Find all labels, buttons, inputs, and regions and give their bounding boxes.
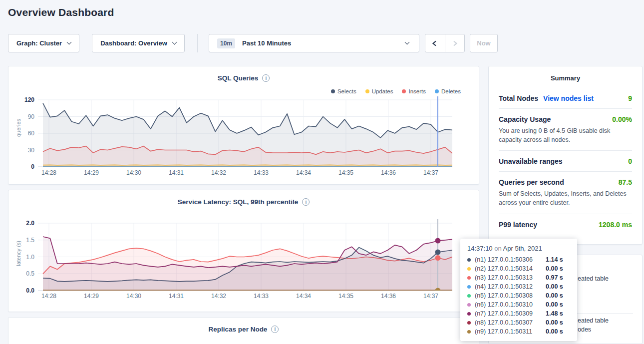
node-color-dot-icon [467, 321, 471, 325]
tooltip-node-value: 1.14 s [546, 256, 563, 263]
tooltip-node-label: (n5) 127.0.0.1:50308 [475, 292, 546, 299]
replicas-per-node-title: Replicas per Node [209, 326, 268, 333]
graph-dropdown[interactable]: Graph: Cluster [8, 34, 79, 52]
dashboard-dropdown[interactable]: Dashboard: Overview [92, 34, 185, 52]
legend-item-selects[interactable]: Selects [331, 88, 356, 94]
tooltip-node-label: (n9) 127.0.0.1:50311 [475, 328, 546, 335]
tooltip-node-label: (n2) 127.0.0.1:50314 [475, 265, 546, 272]
tooltip-node-label: (n1) 127.0.0.1:50306 [475, 256, 546, 263]
node-color-dot-icon [467, 330, 471, 334]
sql-queries-card: SQL Queries i SelectsUpdatesInsertsDelet… [8, 66, 479, 185]
svg-text:14:28: 14:28 [41, 293, 56, 300]
time-nav-group [425, 34, 465, 52]
now-button[interactable]: Now [470, 34, 498, 52]
sql-queries-chart[interactable]: 14:2814:2914:3014:3114:3214:3314:3414:35… [8, 96, 480, 182]
service-latency-chart[interactable]: 14:2814:2914:3014:3114:3214:3314:3414:35… [8, 219, 480, 305]
tooltip-node-value: 1.48 s [546, 310, 563, 317]
svg-text:30: 30 [28, 147, 35, 154]
svg-text:14:33: 14:33 [254, 293, 269, 300]
svg-text:14:29: 14:29 [84, 169, 99, 176]
svg-text:14:32: 14:32 [211, 293, 226, 300]
svg-text:2.0: 2.0 [26, 220, 34, 227]
info-icon[interactable]: i [271, 326, 279, 333]
legend-item-inserts[interactable]: Inserts [402, 88, 426, 94]
summary-value: 0 [628, 157, 632, 165]
legend-dot-icon [402, 89, 406, 93]
tooltip-node-label: (n4) 127.0.0.1:50312 [475, 283, 546, 290]
tooltip-node-row: (n8) 127.0.0.1:503070.00 s [467, 318, 570, 327]
summary-title: Summary [499, 74, 632, 82]
tooltip-node-row: (n2) 127.0.0.1:503140.00 s [467, 264, 570, 273]
tooltip-node-row: (n4) 127.0.0.1:503120.00 s [467, 282, 570, 291]
tooltip-node-row: (n7) 127.0.0.1:503091.48 s [467, 309, 570, 318]
time-forward-button[interactable] [445, 34, 464, 52]
summary-row: Unavailable ranges0 [499, 150, 632, 171]
summary-label: Total Nodes [499, 94, 538, 102]
chevron-down-icon [172, 40, 177, 45]
tooltip-timestamp: 14:37:10 on Apr 5th, 2021 [467, 245, 570, 252]
legend-item-deletes[interactable]: Deletes [435, 88, 461, 94]
legend-dot-icon [365, 89, 369, 93]
chart-hover-tooltip: 14:37:10 on Apr 5th, 2021 (n1) 127.0.0.1… [460, 239, 577, 341]
svg-text:14:28: 14:28 [41, 169, 56, 176]
node-color-dot-icon [467, 276, 471, 280]
svg-text:14:37: 14:37 [423, 169, 438, 176]
svg-text:1.0: 1.0 [26, 254, 34, 261]
time-back-button[interactable] [425, 34, 445, 52]
tooltip-node-label: (n8) 127.0.0.1:50307 [475, 319, 546, 326]
svg-text:14:37: 14:37 [423, 293, 438, 300]
legend-dot-icon [435, 89, 439, 93]
tooltip-node-value: 0.00 s [546, 265, 563, 272]
tooltip-node-row: (n1) 127.0.0.1:503061.14 s [467, 255, 570, 264]
svg-text:90: 90 [28, 113, 35, 120]
sql-queries-title: SQL Queries [218, 74, 259, 82]
summary-row: Total NodesView nodes list9 [499, 88, 632, 108]
replicas-per-node-card: Replicas per Node i [8, 317, 479, 344]
node-color-dot-icon [467, 312, 471, 316]
info-icon[interactable]: i [262, 74, 270, 82]
summary-value: 0.00% [612, 115, 632, 123]
tooltip-node-value: 0.00 s [546, 301, 563, 308]
service-latency-card: Service Latency: SQL, 99th percentile i … [8, 190, 479, 312]
chevron-left-icon [431, 40, 438, 47]
tooltip-node-value: 0.00 s [546, 328, 563, 335]
tooltip-node-label: (n3) 127.0.0.1:50313 [475, 274, 546, 281]
tooltip-node-value: 0.00 s [546, 283, 563, 290]
legend-item-updates[interactable]: Updates [365, 88, 393, 94]
summary-label: P99 latency [499, 221, 537, 229]
chevron-down-icon [67, 40, 72, 45]
summary-value: 9 [628, 94, 632, 102]
summary-description: You are using 0 B of 4.5 GiB usable disk… [499, 126, 632, 144]
dashboard-dropdown-label: Dashboard: Overview [100, 39, 167, 47]
view-nodes-list-link[interactable]: View nodes list [543, 94, 594, 102]
svg-text:14:36: 14:36 [381, 293, 396, 300]
svg-text:14:35: 14:35 [338, 169, 353, 176]
summary-value: 87.5 [619, 178, 632, 186]
node-color-dot-icon [467, 267, 471, 271]
summary-label: Queries per second [499, 178, 564, 186]
graph-dropdown-label: Graph: Cluster [16, 39, 62, 47]
chevron-down-icon [405, 40, 410, 45]
event-item-text: eated table [578, 317, 609, 324]
svg-text:1.5: 1.5 [26, 237, 34, 244]
legend-dot-icon [331, 89, 335, 93]
svg-text:14:30: 14:30 [126, 293, 141, 300]
svg-text:14:36: 14:36 [381, 169, 396, 176]
tooltip-node-row: (n5) 127.0.0.1:503080.00 s [467, 291, 570, 300]
svg-text:14:33: 14:33 [254, 169, 269, 176]
event-divider [577, 313, 633, 314]
time-range-badge: 10m [217, 38, 235, 48]
svg-text:14:31: 14:31 [169, 293, 184, 300]
legend-label: Deletes [441, 88, 461, 94]
svg-text:14:34: 14:34 [296, 293, 311, 300]
event-item-text: odes [578, 326, 591, 333]
summary-row: Queries per second87.5Sum of Selects, Up… [499, 171, 632, 213]
svg-text:0.5: 0.5 [26, 270, 34, 277]
chevron-right-icon [451, 40, 458, 47]
time-range-dropdown[interactable]: 10m Past 10 Minutes [209, 34, 419, 52]
svg-text:0.0: 0.0 [26, 287, 34, 294]
tooltip-node-value: 0.97 s [546, 274, 563, 281]
tooltip-node-row: (n3) 127.0.0.1:503130.97 s [467, 273, 570, 282]
info-icon[interactable]: i [302, 198, 310, 206]
svg-text:120: 120 [24, 96, 34, 103]
